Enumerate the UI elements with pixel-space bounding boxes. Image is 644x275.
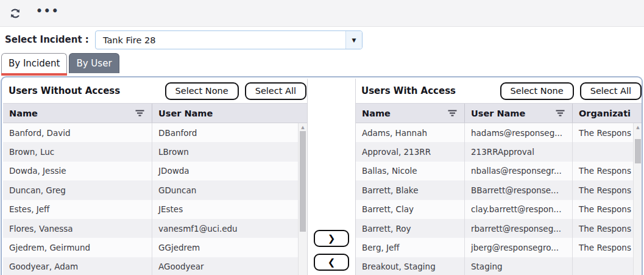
left-scrollbar-thumb[interactable] [300,131,306,232]
table-cell: BBarrett@response... [465,180,573,199]
table-cell: The Respons [573,162,642,180]
users-without-access-grid: Users Without Access Select None Select … [3,79,308,275]
column-header-organization[interactable]: Organizati [573,104,642,123]
table-row[interactable]: Brown, LucLBrown [3,142,307,161]
table-cell: Flores, Vanessa [3,219,152,238]
column-header-name[interactable]: Name [3,104,152,123]
table-cell: AGoodyear [152,257,307,275]
scroll-up-icon[interactable]: ▲ [299,123,307,131]
ellipsis-icon: ••• [36,5,60,17]
right-grid-vertical-scrollbar[interactable]: ▲ [633,123,642,275]
table-cell: Duncan, Greg [3,180,152,199]
table-cell: Ballas, Nicole [356,162,465,180]
scroll-up-icon[interactable]: ▲ [634,123,642,131]
chevron-down-icon: ▼ [352,37,356,43]
toolbar: ••• [0,0,644,27]
table-row[interactable]: Barrett, BlakeBBarrett@response...The Re… [356,180,642,199]
table-cell: DBanford [152,123,307,142]
table-cell: Estes, Jeff [3,200,152,219]
table-row[interactable]: Barrett, Clayclay.barrett@respon...The R… [356,200,642,219]
more-options-button[interactable]: ••• [36,8,60,19]
table-cell: Barrett, Clay [356,200,465,219]
table-cell: Banford, David [3,123,152,142]
table-cell: LBrown [152,142,307,161]
tab-by-user-label: By User [76,58,111,69]
table-row[interactable]: Breakout, StagingStaging [356,257,642,275]
right-grid-body: Adams, Hannahhadams@responseg...The Resp… [356,123,642,275]
table-cell: Dowda, Jessie [3,162,152,180]
left-grid-column-header: Name User Name [3,103,307,123]
table-row[interactable]: Gjedrem, GeirmundGGjedrem [3,238,307,257]
left-grid-titlebar: Users Without Access Select None Select … [3,79,307,103]
table-row[interactable]: Goodyear, AdamAGoodyear [3,257,307,275]
move-right-button[interactable]: ❯ [314,230,349,247]
right-grid-titlebar: Users With Access Select None Select All [356,79,642,103]
column-header-user-name[interactable]: User Name [465,104,573,123]
table-cell: rbarrett@responseg... [465,219,573,238]
table-cell: The Respons [573,238,642,257]
tab-by-incident-label: By Incident [9,58,60,69]
table-cell: 213RRApproval [465,142,573,161]
table-cell: Berg, Jeff [356,238,465,257]
table-cell: The Respons [573,123,642,142]
dropdown-arrow-button[interactable]: ▼ [345,31,362,49]
filter-icon[interactable] [556,110,565,116]
column-header-user-name[interactable]: User Name [152,104,307,123]
table-row[interactable]: Flores, Vanessavanesmf1@uci.edu [3,219,307,238]
table-cell [573,257,642,275]
right-scrollbar-thumb[interactable] [635,139,641,163]
table-cell: GDuncan [152,180,307,199]
right-grid-rows: Adams, Hannahhadams@responseg...The Resp… [356,123,642,275]
left-select-all-button[interactable]: Select All [245,82,306,100]
table-cell: Approval, 213RR [356,142,465,161]
table-row[interactable]: Estes, JeffJEstes [3,200,307,219]
filter-icon[interactable] [448,110,457,116]
transfer-buttons: ❯ ❮ [314,230,349,271]
left-select-none-button[interactable]: Select None [165,82,239,100]
table-row[interactable]: Barrett, Royrbarrett@responseg...The Res… [356,219,642,238]
table-cell: nballas@responsegr... [465,162,573,180]
table-row[interactable]: Adams, Hannahhadams@responseg...The Resp… [356,123,642,142]
incident-selector-row: Select Incident : Tank Fire 28 ▼ [0,30,644,50]
table-cell: Barrett, Blake [356,180,465,199]
table-cell: JDowda [152,162,307,180]
refresh-icon [8,6,23,21]
right-select-none-button[interactable]: Select None [500,82,574,100]
table-row[interactable]: Dowda, JessieJDowda [3,162,307,180]
right-grid-column-header: Name User Name Organizati [356,103,642,123]
left-grid-rows: Banford, DavidDBanfordBrown, LucLBrownDo… [3,123,307,275]
incident-dropdown[interactable]: Tank Fire 28 ▼ [95,30,363,49]
tab-by-user[interactable]: By User [69,53,119,73]
table-cell: clay.barrett@respon... [465,200,573,219]
left-grid-vertical-scrollbar[interactable]: ▲ [298,123,307,275]
table-cell: hadams@responseg... [465,123,573,142]
left-grid-title: Users Without Access [9,85,120,96]
move-left-button[interactable]: ❮ [314,254,349,271]
table-cell: Brown, Luc [3,142,152,161]
table-row[interactable]: Duncan, GregGDuncan [3,180,307,199]
table-cell: jberg@responsegro... [465,238,573,257]
users-with-access-grid: Users With Access Select None Select All… [355,79,642,275]
right-select-all-button[interactable]: Select All [580,82,642,100]
filter-icon[interactable] [135,110,144,116]
chevron-left-icon: ❮ [328,257,336,268]
table-cell: Gjedrem, Geirmund [3,238,152,257]
table-cell: The Respons [573,200,642,219]
table-cell: Goodyear, Adam [3,257,152,275]
refresh-button[interactable] [7,5,24,22]
table-row[interactable]: Banford, DavidDBanford [3,123,307,142]
incident-label: Select Incident : [5,30,89,49]
table-cell: Barrett, Roy [356,219,465,238]
chevron-right-icon: ❯ [328,233,336,244]
table-cell: The Respons [573,180,642,199]
table-row[interactable]: Ballas, Nicolenballas@responsegr...The R… [356,162,642,180]
tab-by-incident[interactable]: By Incident [1,53,67,73]
table-cell: vanesmf1@uci.edu [152,219,307,238]
table-row[interactable]: Approval, 213RR213RRApproval [356,142,642,161]
table-cell [573,142,642,161]
column-header-name[interactable]: Name [356,104,465,123]
table-cell: Staging [465,257,573,275]
table-cell: Breakout, Staging [356,257,465,275]
access-transfer-panel: Users Without Access Select None Select … [1,76,643,275]
table-row[interactable]: Berg, Jeffjberg@responsegro...The Respon… [356,238,642,257]
